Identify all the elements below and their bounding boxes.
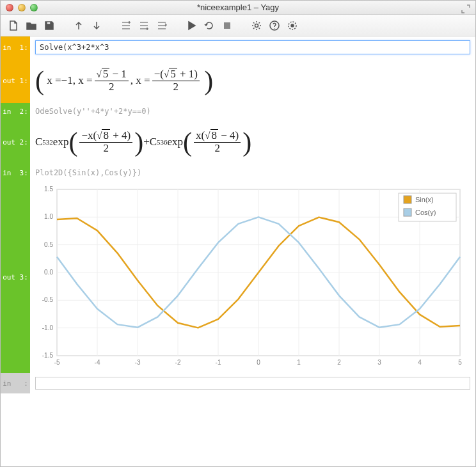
cell-in-2: in 2: OdeSolve(y''+4*y'+2*y==0) — [1, 103, 475, 120]
arrow-up-icon[interactable] — [71, 18, 86, 33]
svg-text:-0.5: -0.5 — [42, 296, 54, 303]
cell-label: in : — [1, 373, 30, 393]
new-file-icon[interactable] — [6, 18, 21, 33]
svg-text:0.0: 0.0 — [44, 269, 53, 276]
insert-before-icon[interactable] — [118, 18, 134, 33]
svg-text:4: 4 — [418, 359, 422, 366]
svg-text:-1.5: -1.5 — [42, 352, 54, 359]
cell-out-1: out 1: ( x = −1 , x = √5 − 12 , x = −(√5… — [1, 58, 475, 103]
svg-text:2: 2 — [337, 359, 341, 366]
code-text-3: Plot2D({Sin(x),Cos(y)}) — [35, 168, 141, 177]
cell-out-3: out 3: -5-4-3-2-1012345-1.5-1.0-0.50.00.… — [1, 181, 475, 373]
svg-text:-3: -3 — [135, 359, 141, 366]
zoom-icon[interactable] — [30, 4, 38, 12]
refresh-icon[interactable] — [202, 18, 217, 33]
svg-rect-43 — [404, 196, 411, 203]
svg-text:-1.0: -1.0 — [42, 324, 54, 331]
svg-point-1 — [255, 24, 258, 27]
minimize-icon[interactable] — [18, 4, 26, 12]
svg-rect-0 — [224, 22, 230, 29]
svg-text:1.5: 1.5 — [44, 186, 53, 193]
svg-text:1.0: 1.0 — [44, 213, 53, 220]
svg-point-4 — [291, 24, 294, 27]
open-file-icon[interactable] — [24, 18, 39, 33]
svg-text:-4: -4 — [95, 359, 100, 366]
titlebar: *niceexample1 – Yagy — [1, 1, 475, 15]
toolbar — [1, 15, 475, 36]
cell-label: out 2: — [1, 120, 30, 164]
svg-text:Cos(y): Cos(y) — [415, 209, 436, 216]
run-icon[interactable] — [184, 18, 199, 33]
window-title: *niceexample1 – Yagy — [1, 3, 475, 12]
cell-in-3: in 3: Plot2D({Sin(x),Cos(y)}) — [1, 164, 475, 181]
svg-text:-5: -5 — [54, 359, 60, 366]
fullscreen-icon[interactable] — [460, 3, 472, 17]
save-icon[interactable] — [42, 18, 57, 33]
cell-in-blank: in : — [1, 373, 475, 393]
svg-text:3: 3 — [377, 359, 381, 366]
math-output-1: ( x = −1 , x = √5 − 12 , x = −(√5 + 1)2 … — [35, 65, 213, 96]
svg-text:0: 0 — [257, 359, 260, 366]
swap-cells-icon[interactable] — [154, 18, 170, 33]
help-icon[interactable] — [267, 18, 282, 33]
close-icon[interactable] — [6, 4, 13, 12]
cell-in-1: in 1: — [1, 36, 475, 58]
empty-input[interactable] — [35, 377, 470, 390]
notebook: in 1: out 1: ( x = −1 , x = √5 − 12 , x … — [1, 36, 475, 466]
code-text-2: OdeSolve(y''+4*y'+2*y==0) — [35, 107, 151, 116]
svg-text:Sin(x): Sin(x) — [415, 196, 434, 203]
cell-label: out 3: — [1, 181, 30, 373]
target-icon[interactable] — [285, 18, 300, 33]
insert-after-icon[interactable] — [136, 18, 152, 33]
svg-text:0.5: 0.5 — [44, 241, 53, 248]
cell-label: in 2: — [1, 103, 30, 120]
stop-icon[interactable] — [219, 18, 235, 33]
svg-text:-1: -1 — [216, 359, 221, 366]
cell-label: in 3: — [1, 164, 30, 181]
cell-out-2: out 2: C532 exp ( −x(√8 + 4)2 ) + C536 e… — [1, 120, 475, 164]
window-controls — [6, 4, 38, 12]
svg-rect-45 — [404, 209, 411, 216]
arrow-down-icon[interactable] — [89, 18, 104, 33]
math-output-2: C532 exp ( −x(√8 + 4)2 ) + C536 exp ( x(… — [35, 127, 251, 157]
svg-text:5: 5 — [458, 359, 462, 366]
plot-2d: -5-4-3-2-1012345-1.5-1.0-0.50.00.51.01.5… — [33, 183, 473, 371]
app-window: *niceexample1 – Yagy in 1: — [0, 0, 476, 467]
settings-icon[interactable] — [249, 18, 264, 33]
svg-text:-2: -2 — [175, 359, 181, 366]
cell-label: out 1: — [1, 58, 30, 103]
code-input-1[interactable] — [35, 40, 470, 54]
cell-label: in 1: — [1, 36, 30, 58]
svg-text:1: 1 — [297, 359, 301, 366]
